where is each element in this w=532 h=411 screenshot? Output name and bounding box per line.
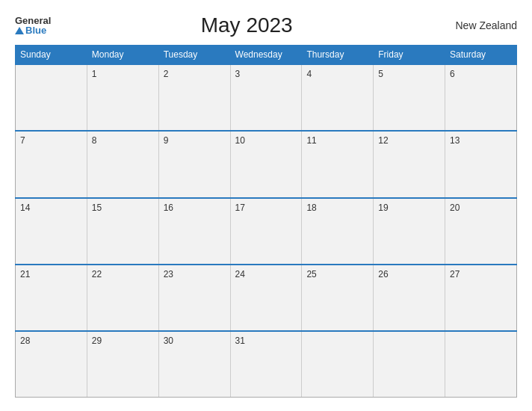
calendar-day-header: Saturday [445,46,517,65]
calendar-header-row: SundayMondayTuesdayWednesdayThursdayFrid… [16,46,517,65]
calendar-week-row: 14151617181920 [16,198,517,265]
calendar-day-cell: 21 [16,265,87,331]
calendar-day-header: Friday [374,46,445,65]
calendar-day-cell: 23 [158,265,230,331]
country-label: New Zealand [442,19,517,31]
calendar-day-cell: 16 [158,198,230,265]
calendar-day-cell [374,331,445,397]
calendar-day-cell [445,331,517,397]
calendar-day-cell: 8 [87,131,158,197]
calendar-day-cell: 9 [158,131,230,197]
calendar-day-cell: 19 [374,198,445,265]
calendar-day-cell [16,64,87,131]
calendar-table: SundayMondayTuesdayWednesdayThursdayFrid… [15,45,517,398]
calendar-day-cell: 30 [158,331,230,397]
calendar-day-cell: 20 [445,198,517,265]
calendar-week-row: 123456 [16,64,517,131]
calendar-day-cell: 10 [230,131,302,197]
calendar-day-cell: 14 [16,198,87,265]
calendar-day-cell: 4 [302,64,374,131]
calendar-day-cell: 2 [158,64,230,131]
calendar-day-cell: 28 [16,331,87,397]
calendar-day-cell: 13 [445,131,517,197]
calendar-day-cell: 3 [230,64,302,131]
calendar-day-header: Sunday [16,46,87,65]
calendar-day-cell: 26 [374,265,445,331]
calendar-day-cell: 18 [302,198,374,265]
calendar-day-cell: 15 [87,198,158,265]
calendar-day-cell: 6 [445,64,517,131]
calendar-day-cell: 7 [16,131,87,197]
calendar-day-header: Tuesday [158,46,230,65]
calendar-day-header: Wednesday [230,46,302,65]
calendar-day-cell: 22 [87,265,158,331]
calendar-day-cell: 31 [230,331,302,397]
calendar-week-row: 28293031 [16,331,517,397]
calendar-day-header: Thursday [302,46,374,65]
calendar-day-cell: 11 [302,131,374,197]
calendar-day-cell: 5 [374,64,445,131]
calendar-week-row: 78910111213 [16,131,517,197]
page-header: General Blue May 2023 New Zealand [15,13,517,37]
calendar-day-cell: 27 [445,265,517,331]
calendar-day-cell: 1 [87,64,158,131]
calendar-day-cell: 29 [87,331,158,397]
calendar-day-cell: 25 [302,265,374,331]
calendar-day-cell: 17 [230,198,302,265]
calendar-day-cell: 24 [230,265,302,331]
calendar-day-cell [302,331,374,397]
logo-triangle-icon [15,27,24,34]
calendar-day-header: Monday [87,46,158,65]
logo-blue-text: Blue [15,25,51,35]
calendar-week-row: 21222324252627 [16,265,517,331]
logo: General Blue [15,16,51,35]
calendar-title: May 2023 [51,13,442,37]
calendar-day-cell: 12 [374,131,445,197]
